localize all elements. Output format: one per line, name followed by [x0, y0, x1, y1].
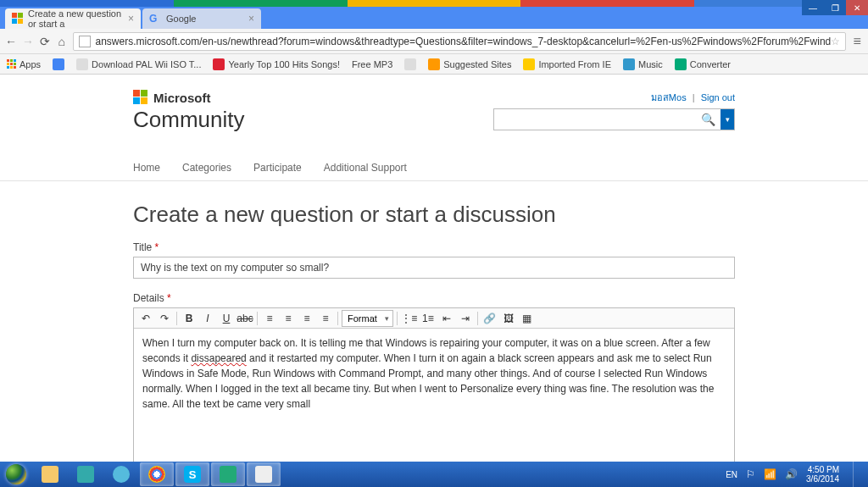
link-button[interactable]: 🔗 [481, 310, 498, 327]
username-link[interactable]: มอสMos [651, 92, 687, 102]
nav-participate[interactable]: Participate [253, 162, 302, 174]
outdent-button[interactable]: ⇤ [438, 310, 455, 327]
bold-button[interactable]: B [181, 310, 198, 327]
title-label: Title * [133, 241, 735, 253]
search-dropdown-button[interactable]: ▾ [721, 109, 734, 130]
image-button[interactable]: 🖼 [500, 310, 517, 327]
close-tab-icon[interactable]: × [248, 13, 254, 25]
page-title: Create a new question or start a discuss… [133, 202, 735, 228]
url-text: answers.microsoft.com/en-us/newthread?fo… [96, 36, 832, 47]
taskbar-app[interactable] [69, 462, 103, 486]
bookmark-item[interactable]: Free MP3 [352, 59, 392, 69]
bookmark-item[interactable]: Download PAL Wii ISO T... [76, 58, 201, 70]
taskbar-explorer[interactable] [33, 462, 67, 486]
bookmark-icon [53, 58, 64, 70]
minimize-button[interactable]: — [802, 0, 824, 15]
table-button[interactable]: ▦ [519, 310, 536, 327]
bookmark-icon [675, 58, 687, 70]
app-icon [220, 466, 236, 483]
bookmark-icon [623, 58, 635, 70]
language-indicator[interactable]: EN [726, 470, 737, 479]
indent-button[interactable]: ⇥ [457, 310, 474, 327]
reload-button[interactable]: ⟳ [39, 33, 51, 50]
taskbar-paint[interactable] [247, 462, 281, 486]
google-favicon: G [149, 13, 161, 25]
back-button[interactable]: ← [5, 33, 17, 50]
title-input[interactable] [133, 257, 735, 279]
window-titlebar [0, 0, 868, 7]
start-button[interactable] [0, 462, 32, 487]
folder-icon [523, 58, 535, 70]
taskbar-chrome[interactable] [140, 462, 174, 486]
close-window-button[interactable]: ✕ [846, 0, 868, 15]
format-select[interactable]: Format [342, 310, 393, 327]
justify-button[interactable]: ≡ [317, 310, 334, 327]
strike-button[interactable]: abc [236, 310, 253, 327]
details-label: Details * [133, 292, 735, 304]
browser-tab[interactable]: G Google × [142, 8, 261, 29]
browser-tabstrip: Create a new question or start a × G Goo… [0, 7, 868, 29]
bookmark-item[interactable]: Music [623, 58, 663, 70]
tray-network-icon[interactable]: 📶 [764, 468, 776, 480]
apps-button[interactable]: Apps [7, 59, 41, 69]
bookmark-item[interactable]: Imported From IE [523, 58, 611, 70]
taskbar-app[interactable] [211, 462, 245, 486]
address-bar[interactable]: answers.microsoft.com/en-us/newthread?fo… [73, 32, 847, 51]
tab-title: Create a new question or start a [28, 8, 128, 29]
taskbar-skype[interactable]: S [175, 462, 209, 486]
microsoft-logo-icon [133, 90, 148, 105]
divider [0, 180, 868, 181]
spelling-error: dissapeared [191, 352, 246, 364]
system-tray: EN ⚐ 📶 🔊 4:50 PM 3/6/2014 [726, 462, 868, 487]
windows-orb-icon [6, 464, 26, 484]
taskbar-app[interactable] [104, 462, 138, 486]
browser-toolbar: ← → ⟳ ⌂ answers.microsoft.com/en-us/newt… [0, 29, 868, 54]
undo-button[interactable]: ↶ [137, 310, 154, 327]
main-nav: Home Categories Participate Additional S… [133, 162, 735, 180]
page-content: มอสMos | Sign out 🔍 ▾ Microsoft Communit… [0, 75, 868, 462]
browser-tab-active[interactable]: Create a new question or start a × [5, 8, 141, 29]
close-tab-icon[interactable]: × [128, 13, 134, 25]
editor-textarea[interactable]: When I turn my computer back on. It is t… [134, 329, 734, 462]
bookmark-icon [404, 58, 416, 70]
bookmark-icon [76, 58, 88, 70]
bullet-list-button[interactable]: ⋮≡ [401, 310, 418, 327]
editor-toolbar: ↶ ↷ B I U abc ≡ ≡ ≡ ≡ Format ⋮≡ 1≡ ⇤ ⇥ [134, 308, 734, 329]
tray-flag-icon[interactable]: ⚐ [746, 468, 755, 480]
number-list-button[interactable]: 1≡ [420, 310, 437, 327]
brand-name: Microsoft [153, 91, 211, 105]
nav-categories[interactable]: Categories [182, 162, 231, 174]
bookmark-icon [428, 58, 440, 70]
bookmark-icon [213, 58, 225, 70]
bookmark-item[interactable]: Yearly Top 100 Hits Songs! [213, 58, 339, 70]
tab-title: Google [166, 14, 196, 24]
bookmark-star-icon[interactable]: ☆ [831, 36, 840, 47]
nav-home[interactable]: Home [133, 162, 160, 174]
home-button[interactable]: ⌂ [56, 33, 68, 50]
bookmark-item[interactable] [53, 58, 64, 70]
search-button[interactable]: 🔍 [695, 109, 721, 130]
signout-link[interactable]: Sign out [701, 92, 735, 102]
maximize-button[interactable]: ❐ [824, 0, 846, 15]
underline-button[interactable]: U [218, 310, 235, 327]
app-icon [113, 466, 130, 483]
show-desktop-button[interactable] [853, 462, 861, 487]
page-icon [79, 36, 91, 47]
redo-button[interactable]: ↷ [156, 310, 173, 327]
bookmark-item[interactable] [404, 58, 416, 70]
chrome-menu-button[interactable]: ≡ [851, 34, 863, 49]
align-left-button[interactable]: ≡ [261, 310, 278, 327]
clock[interactable]: 4:50 PM 3/6/2014 [806, 465, 839, 484]
chrome-icon [148, 466, 165, 483]
tray-volume-icon[interactable]: 🔊 [785, 468, 798, 480]
bookmarks-bar: Apps Download PAL Wii ISO T... Yearly To… [0, 54, 868, 75]
align-right-button[interactable]: ≡ [298, 310, 315, 327]
search-input[interactable] [494, 109, 695, 130]
bookmark-item[interactable]: Suggested Sites [428, 58, 511, 70]
nav-additional-support[interactable]: Additional Support [324, 162, 407, 174]
italic-button[interactable]: I [199, 310, 216, 327]
forward-button[interactable]: → [22, 33, 34, 50]
user-links: มอสMos | Sign out [651, 90, 735, 105]
align-center-button[interactable]: ≡ [280, 310, 297, 327]
bookmark-item[interactable]: Converter [675, 58, 731, 70]
